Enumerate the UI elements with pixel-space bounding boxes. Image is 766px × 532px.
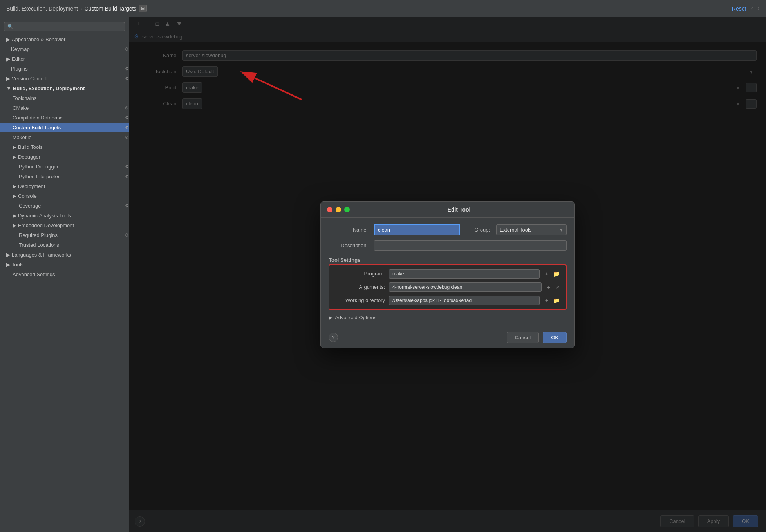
modal-description-row: Description:: [329, 240, 567, 251]
sidebar-item-cmake[interactable]: CMake ⚙: [0, 103, 129, 113]
modal-titlebar: Edit Tool: [321, 202, 574, 218]
sidebar-item-build-exec-deploy[interactable]: ▼ Build, Execution, Deployment: [0, 83, 129, 93]
modal-ok-button[interactable]: OK: [543, 332, 567, 343]
sidebar-item-tools[interactable]: ▶ Tools: [0, 260, 129, 270]
window-icon-button[interactable]: ⊞: [139, 5, 147, 12]
settings-icon: ⚙: [125, 76, 129, 81]
modal-group-select[interactable]: External Tools: [496, 224, 567, 235]
sidebar-item-build-tools[interactable]: ▶ Build Tools: [0, 142, 129, 152]
sidebar-item-advanced-settings[interactable]: Advanced Settings: [0, 270, 129, 279]
breadcrumb-current: Custom Build Targets: [85, 5, 137, 12]
sidebar-item-version-control[interactable]: ▶ Version Control ⚙: [0, 74, 129, 83]
sidebar: 🔍 ▶ Appearance & Behavior Keymap ⚙ ▶ Edi…: [0, 17, 129, 532]
sidebar-item-makefile[interactable]: Makefile ⚙: [0, 132, 129, 142]
advanced-options-row[interactable]: ▶ Advanced Options: [329, 315, 567, 320]
search-input[interactable]: [16, 24, 121, 29]
program-input[interactable]: [389, 269, 540, 279]
sidebar-item-embedded-development[interactable]: ▶ Embedded Development: [0, 221, 129, 230]
sidebar-item-label: Python Debugger: [19, 164, 58, 170]
window-maximize-button[interactable]: [344, 207, 350, 212]
working-dir-add-button[interactable]: +: [544, 297, 550, 304]
nav-forward-button[interactable]: ›: [758, 5, 760, 12]
modal-name-input[interactable]: [374, 224, 460, 235]
working-dir-input[interactable]: [389, 296, 540, 305]
sidebar-item-required-plugins[interactable]: Required Plugins ⚙: [0, 230, 129, 240]
modal-overlay: Edit Tool Name: Group: External Tools: [129, 17, 766, 532]
arguments-expand-button[interactable]: ⤢: [553, 283, 561, 291]
svg-line-1: [255, 78, 302, 100]
sidebar-item-label: Dynamic Analysis Tools: [18, 213, 71, 219]
sidebar-item-debugger[interactable]: ▶ Debugger: [0, 152, 129, 162]
sidebar-item-label: Toolchains: [13, 95, 36, 101]
settings-icon: ⚙: [125, 47, 129, 52]
program-buttons: + 📁: [544, 270, 561, 278]
sidebar-item-custom-build-targets[interactable]: Custom Build Targets ⚙: [0, 123, 129, 132]
sidebar-item-label: CMake: [13, 105, 29, 111]
chevron-right-icon: ▶: [13, 223, 16, 228]
sidebar-item-label: Editor: [12, 56, 25, 62]
sidebar-item-keymap[interactable]: Keymap ⚙: [0, 44, 129, 54]
breadcrumb-parent: Build, Execution, Deployment: [6, 5, 78, 12]
search-box[interactable]: 🔍: [4, 22, 125, 31]
sidebar-item-label: Keymap: [11, 46, 30, 52]
sidebar-item-compilation-database[interactable]: Compilation Database ⚙: [0, 113, 129, 123]
settings-icon: ⚙: [125, 174, 129, 179]
sidebar-item-languages-frameworks[interactable]: ▶ Languages & Frameworks: [0, 250, 129, 260]
arguments-add-button[interactable]: +: [546, 283, 552, 291]
sidebar-item-plugins[interactable]: Plugins ⚙: [0, 64, 129, 74]
sidebar-item-toolchains[interactable]: Toolchains: [0, 93, 129, 103]
sidebar-item-label: Python Interpreter: [19, 174, 60, 179]
sidebar-item-appearance[interactable]: ▶ Appearance & Behavior: [0, 34, 129, 44]
program-add-button[interactable]: +: [544, 270, 550, 278]
program-label: Program:: [334, 271, 385, 277]
working-dir-browse-button[interactable]: 📁: [551, 297, 561, 304]
nav-back-button[interactable]: ‹: [751, 5, 753, 12]
settings-icon: ⚙: [125, 125, 129, 130]
modal-description-input[interactable]: [374, 240, 567, 251]
chevron-right-icon: ▶: [329, 315, 332, 320]
sidebar-item-coverage[interactable]: Coverage ⚙: [0, 201, 129, 211]
settings-icon: ⚙: [125, 233, 129, 238]
modal-description-label: Description:: [329, 242, 368, 248]
sidebar-item-python-debugger[interactable]: Python Debugger ⚙: [0, 162, 129, 172]
sidebar-item-label: Languages & Frameworks: [12, 252, 71, 258]
settings-icon: ⚙: [125, 203, 129, 208]
sidebar-item-label: Required Plugins: [19, 232, 58, 238]
sidebar-item-label: Custom Build Targets: [13, 125, 61, 130]
sidebar-item-label: Debugger: [18, 154, 40, 160]
sidebar-item-deployment[interactable]: ▶ Deployment: [0, 181, 129, 191]
advanced-options-label: Advanced Options: [335, 315, 376, 320]
sidebar-item-console[interactable]: ▶ Console: [0, 191, 129, 201]
settings-icon: ⚙: [125, 164, 129, 169]
sidebar-item-label: Build, Execution, Deployment: [13, 85, 85, 91]
help-button[interactable]: ?: [329, 333, 338, 342]
header-actions: Reset ‹ ›: [732, 5, 760, 12]
arguments-buttons: + ⤢: [546, 283, 561, 291]
program-browse-button[interactable]: 📁: [551, 270, 561, 278]
arguments-input[interactable]: [389, 282, 542, 292]
settings-icon: ⚙: [125, 66, 129, 71]
sidebar-item-python-interpreter[interactable]: Python Interpreter ⚙: [0, 172, 129, 181]
sidebar-item-editor[interactable]: ▶ Editor: [0, 54, 129, 64]
chevron-right-icon: ▶: [13, 144, 16, 150]
tool-settings-label: Tool Settings: [329, 255, 567, 264]
arguments-row: Arguments: + ⤢: [334, 282, 561, 292]
window-minimize-button[interactable]: [336, 207, 341, 212]
program-row: Program: + 📁: [334, 269, 561, 279]
chevron-right-icon: ▶: [6, 76, 10, 81]
tool-settings-section: Tool Settings Program: + 📁: [329, 255, 567, 310]
sidebar-item-label: Coverage: [19, 203, 41, 209]
modal-cancel-button[interactable]: Cancel: [507, 332, 539, 343]
sidebar-item-label: Makefile: [13, 134, 31, 140]
sidebar-item-dynamic-analysis[interactable]: ▶ Dynamic Analysis Tools: [0, 211, 129, 221]
settings-icon: ⚙: [125, 135, 129, 140]
reset-button[interactable]: Reset: [732, 5, 746, 12]
chevron-right-icon: ▶: [6, 36, 10, 42]
sidebar-item-trusted-locations[interactable]: Trusted Locations: [0, 240, 129, 250]
window-close-button[interactable]: [327, 207, 332, 212]
modal-title: Edit Tool: [350, 206, 568, 213]
sidebar-item-label: Console: [18, 193, 37, 199]
main-container: 🔍 ▶ Appearance & Behavior Keymap ⚙ ▶ Edi…: [0, 17, 766, 532]
modal-name-group-row: Name: Group: External Tools: [329, 224, 567, 235]
sidebar-item-label: Deployment: [18, 183, 45, 189]
